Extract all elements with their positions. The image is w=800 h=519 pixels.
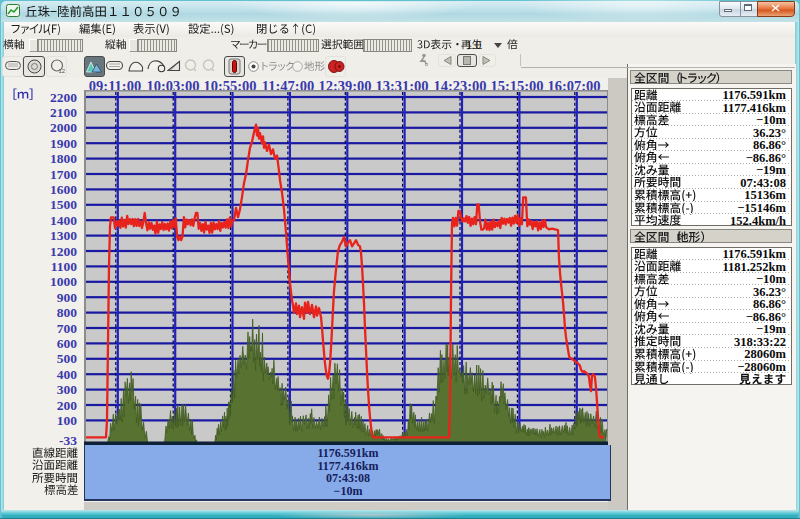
svg-text:o: o	[425, 61, 428, 67]
svg-text:12: 12	[59, 68, 66, 74]
